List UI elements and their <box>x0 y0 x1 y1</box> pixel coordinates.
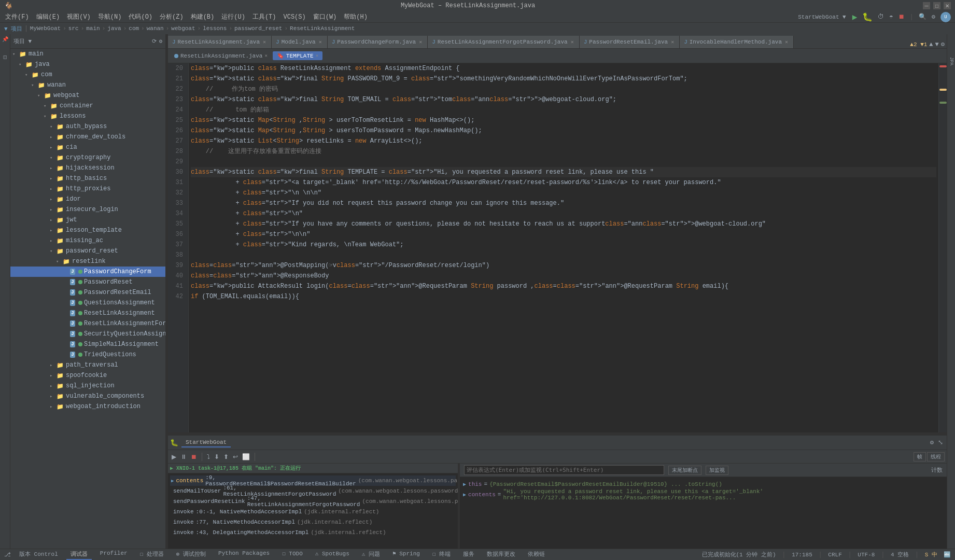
tree-item-insecure_login[interactable]: ▸📁insecure_login <box>10 204 165 215</box>
settings-btn2[interactable]: ⚙ <box>929 438 935 447</box>
menu-analyze[interactable]: 分析(Z) <box>157 11 187 22</box>
eval-input[interactable] <box>464 465 664 475</box>
tab-resetlink[interactable]: J ResetLinkAssignment.java ✕ <box>168 36 272 48</box>
tree-item-simplemailassignment[interactable]: JSimpleMailAssignment <box>10 339 165 349</box>
tree-item-vulnerable_components[interactable]: ▸📁vulnerable_components <box>10 391 165 401</box>
code-line[interactable]: + class="str">"\n" <box>191 208 936 219</box>
step-out-btn[interactable]: ⬆ <box>222 453 230 461</box>
eval-btn[interactable]: 加监视 <box>706 466 728 475</box>
structure-icon[interactable]: ◫ <box>3 54 6 60</box>
tree-item-password_reset[interactable]: ▾📁password_reset <box>10 246 165 256</box>
code-line[interactable]: + class="str">"\n \n\n" <box>191 188 936 198</box>
tab2-resetlink[interactable]: ResetLinkAssignment.java ✕ <box>170 52 272 60</box>
processor-tab[interactable]: ☐ 处理器 <box>136 549 168 560</box>
code-line[interactable]: class="kw">public class ResetLinkAssignm… <box>191 63 936 74</box>
code-line[interactable]: if (TOM_EMAIL.equals(email)){ <box>191 291 936 302</box>
tree-item-path_traversal[interactable]: ▸📁path_traversal <box>10 360 165 370</box>
debug-btn[interactable]: 🐛 <box>860 12 875 22</box>
tree-item-wanan[interactable]: ▾📁wanan <box>10 80 165 90</box>
deps-tab[interactable]: 依赖链 <box>524 549 549 560</box>
tab-close-btn[interactable]: ✕ <box>262 39 267 45</box>
code-line[interactable]: + class="str">"Kind regards, \nTeam WebG… <box>191 240 936 250</box>
tree-item-java[interactable]: ▾📁java <box>10 59 165 69</box>
frame-item[interactable]: sendMailToUser :61, ResetLinkAssignmentF… <box>170 486 456 496</box>
tab2-close[interactable]: ✕ <box>264 53 267 59</box>
db-tab[interactable]: 数据库更改 <box>483 549 519 560</box>
menu-tools[interactable]: 工具(T) <box>249 11 279 22</box>
tab2-close2[interactable]: ✕ <box>316 53 318 59</box>
code-line[interactable]: class=class="str">"ann">@ResponseBody <box>191 271 936 281</box>
tree-item-http_basics[interactable]: ▸📁http_basics <box>10 173 165 184</box>
menu-run[interactable]: 运行(U) <box>218 11 248 22</box>
add-watch-btn[interactable]: 末尾加断点 <box>668 466 701 475</box>
breadcrumb-item[interactable]: MyWebGoat <box>30 25 61 32</box>
code-line[interactable]: + class="str">"If you have any comments … <box>191 219 936 229</box>
menu-help[interactable]: 帮助(H) <box>341 11 371 22</box>
breadcrumb-item[interactable]: src <box>68 25 79 32</box>
variables-list[interactable]: ▶ this = {PasswordResetEmail$PasswordRes… <box>460 477 947 549</box>
tree-item-passwordchangeform[interactable]: JPasswordChangeForm <box>10 267 165 277</box>
tree-item-lesson_template[interactable]: ▸📁lesson_template <box>10 225 165 235</box>
tab-invocable[interactable]: J InvocableHandlerMethod.java ✕ <box>680 36 794 48</box>
expand-arrow2[interactable]: ▶ <box>463 492 466 498</box>
tree-item-passwordreset[interactable]: JPasswordReset <box>10 277 165 287</box>
stop-btn[interactable]: ⏹ <box>896 13 907 21</box>
code-line[interactable]: class="kw">static class="kw">final Strin… <box>191 74 936 84</box>
tree-item-missing_ac[interactable]: ▸📁missing_ac <box>10 235 165 246</box>
settings-icon[interactable]: ⚙ <box>941 40 945 48</box>
tree-item-auth_bypass[interactable]: ▾📁auth_bypass <box>10 121 165 132</box>
breadcrumb-item[interactable]: lessons <box>203 25 227 32</box>
run-config[interactable]: StartWebGoat ▼ <box>795 14 849 20</box>
tree-item-chrome_dev_tools[interactable]: ▸📁chrome_dev_tools <box>10 132 165 142</box>
code-line[interactable]: class="kw">static Map<String ,String > u… <box>191 125 936 136</box>
tab-forgot[interactable]: J ResetLinkAssignmentForgotPassword.java… <box>428 36 579 48</box>
tree-item-resetlinkassignment[interactable]: JResetLinkAssignment <box>10 308 165 318</box>
tree-item-com[interactable]: ▾📁com <box>10 69 165 80</box>
tab-close-btn[interactable]: ✕ <box>784 39 789 45</box>
tree-item-http_proxies[interactable]: ▸📁http_proxies <box>10 184 165 194</box>
tree-item-passwordresetemail[interactable]: JPasswordResetEmail <box>10 287 165 298</box>
tree-item-triedquestions[interactable]: JTriedQuestions <box>10 349 165 360</box>
tree-item-resetlinkassignmentforgot[interactable]: JResetLinkAssignmentForgot <box>10 318 165 329</box>
view-breakpoints-btn[interactable]: ⬜ <box>241 453 251 461</box>
tab-close-btn[interactable]: ✕ <box>570 39 575 45</box>
code-line[interactable]: // 这里用于存放准备重置密码的连接 <box>191 146 936 157</box>
tree-item-spoofcookie[interactable]: ▸📁spoofcookie <box>10 370 165 381</box>
code-line[interactable] <box>191 250 936 260</box>
stack-frame-list[interactable]: ▶ contents :9, PasswordResetEmail$Passwo… <box>168 473 458 549</box>
run-btn[interactable]: ▶ <box>850 12 860 22</box>
menu-view[interactable]: 视图(V) <box>64 11 94 22</box>
tab-close-btn[interactable]: ✕ <box>418 39 423 45</box>
spring-tab[interactable]: ⚑ Spring <box>388 549 424 560</box>
breadcrumb-item[interactable]: password_reset <box>234 25 282 32</box>
gear-icon[interactable]: ⚙ <box>159 38 162 45</box>
code-line[interactable] <box>191 157 936 167</box>
var-item[interactable]: ▶ this = {PasswordResetEmail$PasswordRes… <box>462 479 945 489</box>
menu-vcs[interactable]: VCS(S) <box>280 12 308 22</box>
code-line[interactable]: + class="str">"<a target='_blank' href='… <box>191 177 936 188</box>
minimize-btn[interactable]: ─ <box>923 2 930 9</box>
python-tab[interactable]: Python Packages <box>214 549 274 560</box>
tab2-template[interactable]: 🔖 TEMPLATE ✕ <box>273 51 322 60</box>
frame-item[interactable]: invoke :43, DelegatingMethodAccessorImpl… <box>170 527 456 538</box>
spotbugs-tab[interactable]: ⚠ SpotBugs <box>311 549 354 560</box>
code-line[interactable]: // tom 的邮箱 <box>191 105 936 115</box>
code-line[interactable]: class="kw">public AttackResult login(cla… <box>191 281 936 291</box>
tab-pwchange[interactable]: J PasswordChangeForm.java ✕ <box>328 36 428 48</box>
frame-item[interactable]: sendPasswordResetLink :47, ResetLinkAssi… <box>170 496 456 507</box>
code-editor[interactable]: 2021222324252627282930313233343536373839… <box>168 63 947 432</box>
tab-close-btn[interactable]: ✕ <box>670 39 675 45</box>
tree-item-cryptography[interactable]: ▾📁cryptography <box>10 152 165 163</box>
tab-email[interactable]: J PasswordResetEmail.java ✕ <box>580 36 680 48</box>
menu-file[interactable]: 文件(F) <box>2 11 32 22</box>
tree-item-container[interactable]: ▾📁container <box>10 101 165 111</box>
nav-down[interactable]: ▼ <box>935 41 939 48</box>
breadcrumb-item[interactable]: webgoat <box>171 25 195 32</box>
nav-up[interactable]: ▲ <box>929 41 933 48</box>
tab-close-btn[interactable]: ✕ <box>318 39 323 45</box>
breadcrumb-item[interactable]: main <box>86 25 100 32</box>
code-line[interactable]: // 作为tom 的密码 <box>191 84 936 94</box>
expand-btn[interactable]: ⤡ <box>936 438 945 447</box>
stop-debug-btn[interactable]: ⏹ <box>189 453 199 461</box>
window-controls[interactable]: ─ □ ✕ <box>923 2 951 9</box>
